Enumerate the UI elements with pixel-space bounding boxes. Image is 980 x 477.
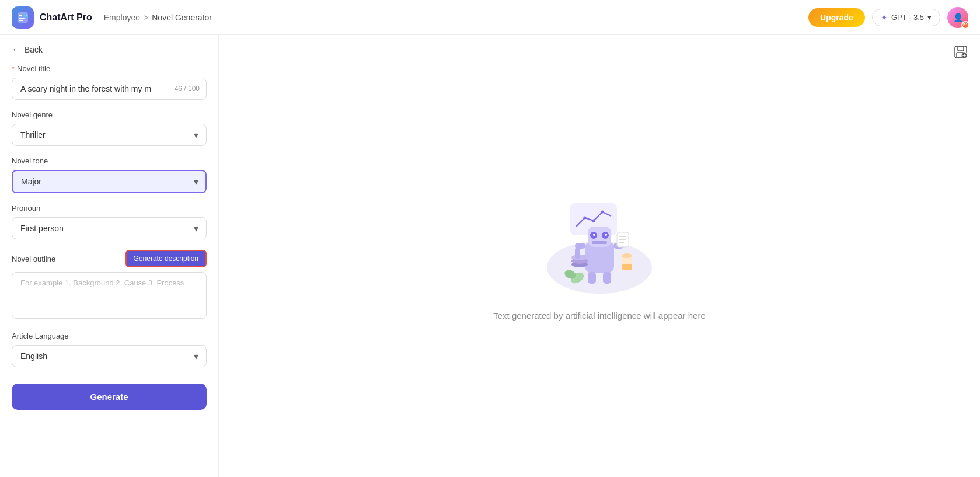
gpt-star-icon: ✦	[881, 13, 888, 22]
main-layout: ← Back * Novel title 46 / 100 Novel genr…	[0, 35, 980, 477]
pronoun-label: Pronoun	[12, 204, 207, 213]
novel-outline-textarea[interactable]	[12, 272, 207, 319]
app-name: ChatArt Pro	[40, 12, 92, 23]
pronoun-select-wrapper: First person Second person Third person	[12, 217, 207, 239]
svg-point-11	[584, 217, 587, 220]
pronoun-group: Pronoun First person Second person Third…	[12, 204, 207, 239]
novel-tone-group: Novel tone Major Minor Neutral Dark Ligh…	[12, 156, 207, 193]
novel-genre-label: Novel genre	[12, 110, 207, 119]
novel-outline-header: Novel outline Generate description	[12, 250, 207, 267]
svg-rect-6	[958, 46, 964, 51]
svg-point-12	[592, 220, 595, 222]
novel-tone-select-wrapper: Major Minor Neutral Dark Light	[12, 170, 207, 193]
breadcrumb-separator: >	[144, 13, 148, 22]
novel-genre-select[interactable]: Thriller Romance Mystery Fantasy Sci-Fi …	[12, 124, 207, 146]
breadcrumb-parent: Employee	[104, 13, 140, 22]
breadcrumb-current: Novel Generator	[152, 13, 212, 22]
required-star: *	[12, 64, 15, 73]
article-language-select[interactable]: English Spanish French German Chinese Ja…	[12, 345, 207, 367]
article-language-group: Article Language English Spanish French …	[12, 332, 207, 367]
empty-state-text: Text generated by artificial intelligenc…	[493, 311, 706, 321]
svg-rect-3	[19, 20, 23, 21]
generate-button[interactable]: Generate	[12, 384, 207, 410]
novel-title-input-wrapper: 46 / 100	[12, 78, 207, 100]
article-language-label: Article Language	[12, 332, 207, 340]
article-language-select-wrapper: English Spanish French German Chinese Ja…	[12, 345, 207, 367]
svg-rect-23	[588, 272, 596, 284]
avatar-badge: 21	[961, 21, 969, 29]
content-area: Text generated by artificial intelligenc…	[219, 35, 980, 477]
svg-point-19	[605, 234, 607, 236]
svg-point-18	[593, 234, 595, 236]
svg-rect-1	[19, 15, 22, 16]
save-icon[interactable]	[953, 44, 968, 63]
avatar-initials: 👤	[953, 13, 963, 22]
breadcrumb: Employee > Novel Generator	[104, 13, 212, 22]
pronoun-select[interactable]: First person Second person Third person	[12, 217, 207, 239]
svg-point-13	[601, 211, 604, 214]
ai-illustration	[535, 192, 664, 297]
gpt-selector[interactable]: ✦ GPT - 3.5 ▾	[872, 9, 940, 26]
back-button[interactable]: ← Back	[0, 35, 54, 64]
avatar[interactable]: 👤 21	[947, 7, 968, 28]
form-panel: ← Back * Novel title 46 / 100 Novel genr…	[0, 35, 219, 477]
svg-point-26	[622, 253, 632, 258]
back-arrow-icon: ←	[12, 44, 21, 55]
novel-tone-select[interactable]: Major Minor Neutral Dark Light	[12, 170, 207, 193]
novel-outline-label: Novel outline	[12, 255, 55, 263]
novel-title-label: * Novel title	[12, 64, 207, 73]
back-label: Back	[25, 45, 43, 54]
svg-rect-24	[603, 272, 611, 284]
gpt-label: GPT - 3.5	[891, 13, 924, 22]
header-left: ChatArt Pro Employee > Novel Generator	[12, 6, 212, 29]
novel-title-group: * Novel title 46 / 100	[12, 64, 207, 100]
svg-rect-2	[19, 18, 25, 19]
novel-genre-select-wrapper: Thriller Romance Mystery Fantasy Sci-Fi …	[12, 124, 207, 146]
novel-outline-group: Novel outline Generate description	[12, 250, 207, 321]
svg-rect-20	[592, 241, 607, 244]
char-counter: 46 / 100	[175, 85, 200, 93]
logo-icon	[12, 6, 34, 29]
header: ChatArt Pro Employee > Novel Generator U…	[0, 0, 980, 35]
form-content: * Novel title 46 / 100 Novel genre Thril…	[0, 64, 218, 422]
header-right: Upgrade ✦ GPT - 3.5 ▾ 👤 21	[808, 7, 968, 28]
svg-rect-33	[575, 248, 580, 259]
novel-genre-group: Novel genre Thriller Romance Mystery Fan…	[12, 110, 207, 146]
novel-tone-label: Novel tone	[12, 156, 207, 165]
generate-description-button[interactable]: Generate description	[125, 250, 207, 267]
upgrade-button[interactable]: Upgrade	[808, 8, 865, 27]
gpt-chevron-icon: ▾	[927, 13, 932, 22]
svg-rect-27	[622, 264, 632, 270]
